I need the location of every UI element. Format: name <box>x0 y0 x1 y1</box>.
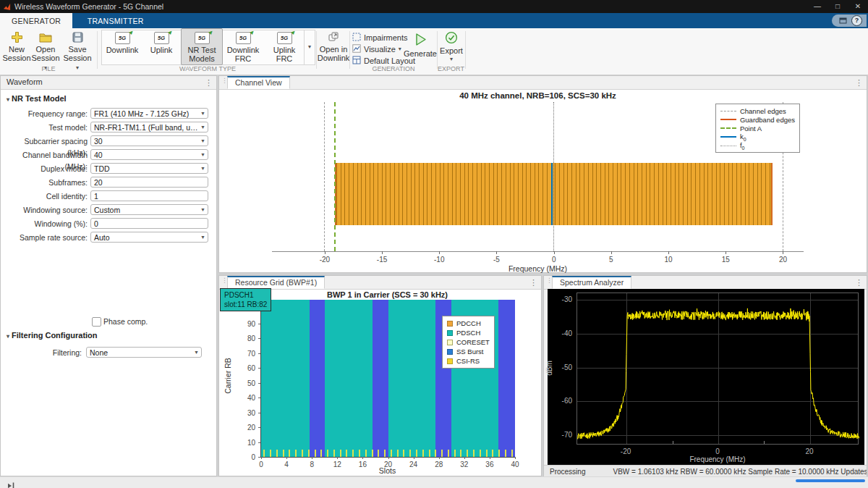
coreset-tick <box>315 450 316 457</box>
resource-grid-ylabel: Carrier RB <box>224 347 232 405</box>
legend-line-sample <box>720 111 736 112</box>
nr-test-model-section-header[interactable]: ▾NR Test Model <box>7 94 67 103</box>
coreset-tick <box>435 450 436 457</box>
y-tick-mark <box>258 338 260 339</box>
open-in-label-line2: Downlink <box>318 54 350 62</box>
green-arrow-icon: ▸ <box>206 28 215 36</box>
windowing-field[interactable]: 0 <box>90 218 208 229</box>
legend-line-sample <box>720 136 736 138</box>
resource-grid-menu-icon[interactable]: ⋮ <box>529 278 537 287</box>
field-value: Auto <box>94 233 110 242</box>
collapse-panel-icon[interactable] <box>7 479 14 488</box>
stack-button-label: Impairments <box>364 33 408 42</box>
field-value: 30 <box>94 137 103 146</box>
x-tick-mark <box>414 457 414 459</box>
y-tick-label: -30 <box>553 295 572 303</box>
field-label: Windowing (%): <box>2 218 88 230</box>
legend-entry: f0 <box>720 141 795 150</box>
coreset-tick <box>429 450 430 457</box>
coreset-tick <box>384 450 386 457</box>
channel-view-header: ⋮ Channel View ⋮ <box>219 76 867 90</box>
button-label-line1: New <box>9 45 25 54</box>
visualize-icon <box>352 44 361 54</box>
maximize-button[interactable]: □ <box>827 0 848 13</box>
impairments-icon <box>352 33 361 43</box>
5g-waveform-icon: 5G▸ <box>115 32 130 44</box>
waveform-panel-menu-icon[interactable]: ⋮ <box>205 78 213 88</box>
chevron-down-icon: ▼ <box>200 152 205 158</box>
legend-label: PDSCH <box>456 329 480 337</box>
frequency-range-select[interactable]: FR1 (410 MHz - 7.125 GHz)▼ <box>90 108 208 119</box>
coreset-tick <box>283 450 284 457</box>
spectrum-plot-area[interactable]: -30-40-50-60-70-20020Frequency (MHz)dBm <box>548 289 864 465</box>
waveform-type-nr-test[interactable]: 5G▸NR TestModels <box>181 28 223 65</box>
help-button[interactable]: ? <box>851 15 862 26</box>
filtering-configuration-section-header[interactable]: ▾Filtering Configuration <box>7 331 98 340</box>
cell-identity-field[interactable]: 1 <box>90 190 208 201</box>
channel-view-tab[interactable]: Channel View <box>227 76 290 89</box>
waveform-type-downlink[interactable]: 5G▸DownlinkFRC <box>223 28 263 65</box>
5g-waveform-icon: 5G▸ <box>154 32 169 44</box>
waveform-type-downlink[interactable]: 5G▸Downlink <box>103 28 142 65</box>
windowing-source-select[interactable]: Custom▼ <box>90 204 208 215</box>
save-session-icon <box>72 30 83 43</box>
subframes-field[interactable]: 20 <box>90 177 208 188</box>
bottom-status-bar <box>0 476 868 488</box>
field-value: NR-FR1-TM1.1 (Full band, uniform Q... <box>94 123 208 132</box>
minimize-ribbon-icon[interactable] <box>839 17 847 24</box>
y-tick-label: 30 <box>241 408 255 416</box>
spectrum-analyzer-tab[interactable]: Spectrum Analyzer <box>552 276 631 289</box>
generation-button-impairments[interactable]: Impairments <box>352 32 408 43</box>
generate-button[interactable]: Generate <box>404 30 437 58</box>
green-arrow-icon: ▸ <box>166 28 174 36</box>
gallery-item-label2: FRC <box>235 54 252 63</box>
field-row-2: Subcarrier spacing (kHz):30▼ <box>1 135 216 148</box>
gallery-dropdown-button[interactable]: ▾ <box>304 30 315 65</box>
duplex-mode-select[interactable]: TDD▼ <box>90 163 208 174</box>
coreset-tick <box>340 450 341 457</box>
waveform-type-uplink-frc[interactable]: 5G▸Uplink FRC <box>263 28 305 65</box>
phase-comp-checkbox[interactable] <box>92 317 101 327</box>
channel-bandwidth-mhz-select[interactable]: 40▼ <box>90 149 208 160</box>
coreset-tick <box>372 450 373 457</box>
tab-transmitter[interactable]: TRANSMITTER <box>76 13 156 28</box>
button-label-line2: Session <box>2 54 30 62</box>
channel-view-xlabel: Frequency (MHz) <box>272 264 804 273</box>
coreset-tick <box>505 450 506 457</box>
spectrum-analyzer-menu-icon[interactable]: ⋮ <box>855 278 863 287</box>
coreset-tick <box>441 450 443 457</box>
y-tick-mark <box>258 397 260 398</box>
tab-generator[interactable]: GENERATOR <box>0 13 72 28</box>
coreset-tick <box>295 450 297 457</box>
test-model-select[interactable]: NR-FR1-TM1.1 (Full band, uniform Q...▼ <box>90 122 208 132</box>
export-button[interactable]: Export ▾ <box>438 30 464 64</box>
channel-view-menu-icon[interactable]: ⋮ <box>855 78 863 88</box>
resource-grid-tab[interactable]: Resource Grid (BWP#1) <box>227 276 325 289</box>
filtering-select[interactable]: None▼ <box>86 347 202 358</box>
legend-entry: SS Burst <box>447 347 490 356</box>
empty-slots-band <box>498 300 515 457</box>
default-layout-icon <box>352 56 361 66</box>
coreset-tick <box>263 450 265 457</box>
minimize-button[interactable]: — <box>807 0 827 13</box>
close-button[interactable]: ✕ <box>848 0 868 13</box>
field-value: FR1 (410 MHz - 7.125 GHz) <box>94 109 189 118</box>
5g-waveform-icon: 5G▸ <box>277 32 292 44</box>
generation-button-visualize[interactable]: Visualize▾ <box>352 43 401 54</box>
open-in-downlink-button[interactable]: Open in Downlink <box>318 30 349 62</box>
ribbon-toolbar: NewSessionOpenSession ▾SaveSession ▾ 5G▸… <box>0 28 868 75</box>
point-a-line <box>334 102 336 251</box>
sample-rate-source-select[interactable]: Auto▼ <box>90 232 208 243</box>
gallery-item-label2: Models <box>189 54 214 63</box>
legend-line-sample <box>720 146 736 146</box>
waveform-type-uplink[interactable]: 5G▸Uplink <box>142 28 181 65</box>
legend-entry: Guardband edges <box>720 115 795 124</box>
pdsch-tooltip: PDSCH1 slot:11 RB:82 <box>220 288 271 311</box>
field-row-6: Cell identity:1 <box>1 190 216 203</box>
file-button-new[interactable]: NewSession <box>1 30 32 62</box>
coreset-tick <box>352 450 354 457</box>
x-tick-label: -20 <box>320 256 330 264</box>
green-arrow-icon: ▸ <box>127 28 135 36</box>
chevron-down-icon: ▼ <box>200 207 205 213</box>
subcarrier-spacing-khz-select[interactable]: 30▼ <box>90 135 208 146</box>
